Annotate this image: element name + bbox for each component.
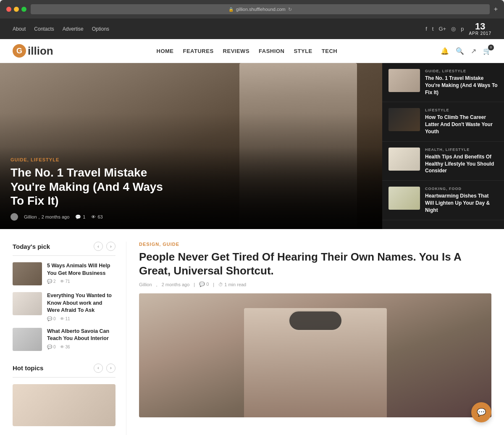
featured-comments: 💬 0 [199,282,209,287]
hero-sidebar-item-3[interactable]: HEALTH, LIFESTYLE Health Tips And Benefi… [382,142,504,181]
date-display: 13 APR 2017 [469,22,491,36]
todays-pick-item-3[interactable]: What Alberto Savoia Can Teach You About … [13,328,116,351]
hot-topics-nav: ‹ › [94,364,116,373]
pinterest-icon[interactable]: p [461,26,464,32]
twitter-icon[interactable]: t [432,26,434,32]
website: About Contacts Advertise Options f t G+ … [0,18,504,435]
item-1-meta: 💬 2 👁 71 [47,279,116,284]
todays-pick-title: Today's pick [13,243,50,250]
browser-url: gillion.shufflehound.com [236,7,286,12]
chat-icon: 💬 [477,408,486,417]
item-2-views: 👁 11 [60,316,70,321]
todays-pick-item-2[interactable]: Everything You Wanted to Know About work… [13,292,116,321]
cart-badge: 0 [488,45,494,50]
hero-sidebar: GUIDE, LIFESTYLE The No. 1 Travel Mistak… [382,63,504,229]
hero-sidebar-content-4: COOKING, FOOD Heartwarming Dishes That W… [425,187,498,214]
hero-main-image[interactable]: GUIDE, LIFESTYLE The No. 1 Travel Mistak… [0,63,382,229]
logo[interactable]: G illion [13,44,53,58]
featured-article-image[interactable] [139,293,491,417]
top-bar: About Contacts Advertise Options f t G+ … [0,18,504,39]
hero-sidebar-item-1[interactable]: GUIDE, LIFESTYLE The No. 1 Travel Mistak… [382,63,504,102]
hero-comments: 💬 1 [75,214,85,220]
todays-pick-section: Today's pick ‹ › 5 Ways Animals Will Hel… [13,242,116,351]
hero-title: The No. 1 Travel Mistake You're Making (… [10,166,170,208]
search-icon[interactable]: 🔍 [456,47,464,55]
hot-topics-image [13,384,116,426]
hero-meta: Gillion, 2 months ago 💬 1 👁 63 [10,213,372,221]
top-nav-about[interactable]: About [13,26,26,32]
top-nav-advertise[interactable]: Advertise [63,26,84,32]
hot-topics-title: Hot topics [13,364,43,372]
item-1-views: 👁 71 [60,279,70,284]
hero-sidebar-item-2[interactable]: LIFESTYLE How To Climb The Career Latter… [382,102,504,141]
nav-features[interactable]: FEATURES [183,48,214,54]
logo-icon: G [13,44,26,58]
notification-icon[interactable]: 🔔 [441,47,449,55]
browser-window: 🔒 gillion.shufflehound.com ↻ + [0,0,504,18]
todays-pick-item-1[interactable]: 5 Ways Animals Will Help You Get More Bu… [13,262,116,285]
content-area: Today's pick ‹ › 5 Ways Animals Will Hel… [0,229,504,435]
instagram-icon[interactable]: ◎ [451,26,456,32]
item-2-meta: 💬 0 👁 11 [47,316,116,321]
share-icon[interactable]: ↗ [471,47,476,55]
todays-pick-thumb-3 [13,328,42,351]
facebook-icon[interactable]: f [425,26,427,32]
featured-readtime: ⏱ 1 min read [218,282,246,287]
featured-meta: Gillion, 2 months ago | 💬 0 | ⏱ 1 min re… [139,282,491,287]
float-chat-button[interactable]: 💬 [471,402,491,422]
dot-green[interactable] [21,7,26,12]
hero-sidebar-thumb-3 [388,148,420,171]
todays-pick-nav: ‹ › [94,242,116,251]
browser-dots [6,7,26,12]
date-month-year: APR 2017 [469,31,491,36]
item-1-comments: 💬 2 [47,279,56,284]
hero-author: Gillion, 2 months ago [24,214,69,219]
hot-topics-header: Hot topics ‹ › [13,364,116,378]
nav-tech[interactable]: TECH [322,48,337,54]
featured-meta-divider: | [194,282,195,287]
main-nav: G illion HOME FEATURES REVIEWS FASHION S… [0,39,504,63]
todays-pick-thumb-1 [13,262,42,285]
item-3-meta: 💬 0 👁 36 [47,345,116,349]
todays-pick-next[interactable]: › [106,242,116,251]
featured-meta-divider2: | [213,282,214,287]
top-nav-options[interactable]: Options [92,26,109,32]
hero-sidebar-content-2: LIFESTYLE How To Climb The Career Latter… [425,108,498,135]
hero-sidebar-item-4[interactable]: COOKING, FOOD Heartwarming Dishes That W… [382,181,504,220]
date-day: 13 [469,22,491,31]
hot-topics-next[interactable]: › [106,364,116,373]
item-2-comments: 💬 0 [47,316,56,321]
dot-yellow[interactable] [14,7,19,12]
cart-icon[interactable]: 🛒 0 [483,47,491,55]
hero-sidebar-thumb-4 [388,187,420,210]
todays-pick-content-3: What Alberto Savoia Can Teach You About … [47,328,116,349]
nav-reviews[interactable]: REVIEWS [223,48,249,54]
nav-fashion[interactable]: FASHION [259,48,284,54]
hero-overlay: GUIDE, LIFESTYLE The No. 1 Travel Mistak… [0,147,382,229]
hero-sidebar-content-3: HEALTH, LIFESTYLE Health Tips And Benefi… [425,148,498,174]
googleplus-icon[interactable]: G+ [438,26,446,32]
featured-time: 2 months ago [162,282,190,287]
featured-title[interactable]: People Never Get Tired Of Hearing Their … [139,250,491,277]
featured-author: Gillion [139,282,152,287]
new-tab-button[interactable]: + [494,5,498,13]
hero-category: GUIDE, LIFESTYLE [10,157,372,162]
todays-pick-content-2: Everything You Wanted to Know About work… [47,292,116,321]
todays-pick-prev[interactable]: ‹ [94,242,103,251]
nav-home[interactable]: HOME [157,48,174,54]
top-nav-contacts[interactable]: Contacts [34,26,54,32]
todays-pick-thumb-2 [13,292,42,315]
main-content: DESIGN, GUIDE People Never Get Tired Of … [126,242,491,435]
dot-red[interactable] [6,7,11,12]
hot-topics-prev[interactable]: ‹ [94,364,103,373]
refresh-icon[interactable]: ↻ [288,7,292,12]
nav-links: HOME FEATURES REVIEWS FASHION STYLE TECH [157,48,338,54]
nav-style[interactable]: STYLE [294,48,312,54]
hot-topics-section: Hot topics ‹ › [13,364,116,426]
featured-category: DESIGN, GUIDE [139,242,491,247]
hero-sidebar-thumb-1 [388,69,420,92]
hero-sidebar-content-1: GUIDE, LIFESTYLE The No. 1 Travel Mistak… [425,69,498,96]
address-bar[interactable]: 🔒 gillion.shufflehound.com ↻ [31,4,490,14]
item-3-comments: 💬 0 [47,345,56,349]
hero-avatar [10,213,18,221]
